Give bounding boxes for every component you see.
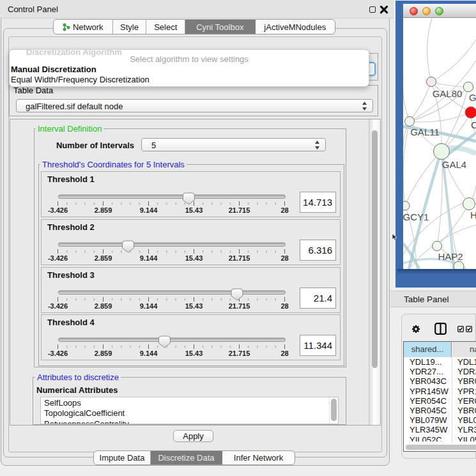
attributes-scrollbar-thumb[interactable] [331,399,337,421]
network-edge[interactable] [427,18,432,82]
vertical-scrollbar-thumb[interactable] [372,130,378,368]
network-edge[interactable] [431,82,468,87]
network-node-label: GAL4 [442,159,466,170]
attribute-item[interactable]: SelfLoops [44,398,129,408]
attributes-group-label: Attributes to discretize [35,372,121,382]
cell-name: YPR145W [457,387,476,396]
tab-style[interactable]: Style [113,20,147,34]
network-window-shadow [397,269,476,274]
float-window-icon[interactable] [369,6,376,13]
slider-thumb[interactable] [231,289,243,300]
slider-thumb[interactable] [158,336,170,348]
horizontal-scrollbar-track[interactable] [404,443,476,452]
network-node-HAP2[interactable] [433,242,442,251]
network-node-H[interactable] [463,198,475,210]
minimize-traffic-light[interactable] [422,7,431,15]
slider-tick-label: -3.426 [48,254,68,262]
attribute-item[interactable]: BetweennessCentrality [44,419,129,424]
threshold-value-field[interactable]: 21.4 [300,288,336,309]
tab-label: Infer Network [234,453,283,463]
table-panel-titlebar: Table Panel [390,291,476,307]
algorithm-item-manual-discretization[interactable]: Manual Discretization [10,65,369,74]
table-row[interactable]: YDR27...YDR27... [404,367,476,376]
network-node-GAL80[interactable] [427,77,436,87]
slider-tick-label: 28 [280,349,288,357]
algorithm-item-equal-width[interactable]: Equal Width/Frequency Discretization [10,75,369,84]
zoom-traffic-light[interactable] [435,7,443,15]
network-canvas[interactable]: GAL80GACGAL11GAL4GCY1HHAP2 [403,18,476,269]
slider-tick-label: 21.715 [229,254,250,262]
network-edge[interactable] [410,112,471,122]
apply-button[interactable]: Apply [173,430,213,442]
threshold-slider[interactable]: -3.4262.8599.14415.4321.71528 [42,220,341,266]
discretization-algorithm-label: Discretization Algorithm [26,47,122,57]
network-edge[interactable] [403,121,410,206]
column-header-name[interactable]: name [452,342,476,357]
slider-tick-label: 28 [280,302,288,310]
cell-name: YBR045C [457,406,476,415]
table-row[interactable]: YDL19...YDL19... [404,357,476,367]
threshold-panel-1: Threshold 1-3.4262.8599.14415.4321.71528… [41,171,341,217]
network-node-C[interactable] [465,107,476,118]
network-node-GCY1[interactable] [403,201,410,210]
tab-cyni-toolbox[interactable]: Cyni Toolbox [185,20,256,34]
network-node-GAL11[interactable] [405,117,415,127]
slider-tick-label: 9.144 [140,206,158,214]
cell-shared-name: YBL079W [410,415,447,425]
table-row[interactable]: YER054CYER054C [404,396,476,406]
slider-tick-label: 9.144 [140,254,158,262]
close-icon[interactable] [380,5,388,14]
network-node-GAL4[interactable] [434,144,450,160]
table-data-combobox[interactable]: galFiltered.sif default node [16,99,373,112]
number-of-intervals-label: Number of Intervals [54,141,134,150]
checkbox-icon[interactable] [457,326,464,332]
slider-tick-label: 21.715 [229,302,250,310]
control-panel-titlebar: Control Panel [0,0,394,19]
cell-shared-name: YIL052C [410,435,442,441]
horizontal-scrollbar-thumb[interactable] [406,445,476,450]
network-window-titlebar [403,4,476,18]
checkbox-icon[interactable] [466,326,472,332]
network-edge[interactable] [431,40,476,82]
tab-select[interactable]: Select [146,20,185,34]
network-node-GA[interactable] [463,82,473,91]
threshold-value-field[interactable]: 14.713 [300,192,336,213]
tab-label: Style [120,22,139,32]
network-edge[interactable] [405,151,441,206]
threshold-panel-2: Threshold 2-3.4262.8599.14415.4321.71528… [41,219,341,265]
slider-tick-label: 28 [280,206,288,214]
table-row[interactable]: YLR345WYLR345W [404,425,476,434]
network-edge[interactable] [403,77,410,121]
cell-name: YBR043C [457,376,476,386]
tab-network[interactable]: Network [54,20,113,34]
attributes-scrollbar-track[interactable] [329,397,338,424]
split-view-icon[interactable] [434,323,447,335]
cell-name: YLR345W [457,425,476,434]
gear-icon[interactable] [411,325,420,334]
attributes-list[interactable]: SelfLoopsTopologicalCoefficientBetweenne… [40,397,339,424]
tab-jactivemnodules[interactable]: jActiveMNodules [256,20,335,34]
table-row[interactable]: YPR145WYPR145W [404,387,476,396]
tab-impute-data[interactable]: Impute Data [94,451,151,464]
network-icon [63,23,70,31]
tab-infer-network[interactable]: Infer Network [222,451,295,464]
table-row[interactable]: YBL079WYBL079W [404,415,476,425]
slider-thumb[interactable] [123,241,134,252]
control-panel-tabs: NetworkStyleSelectCyni ToolboxjActiveMNo… [53,19,335,35]
threshold-value-field[interactable]: 11.344 [300,335,336,356]
interval-definition-label: Interval Definition [36,124,104,134]
table-row[interactable]: YIL052CYIL052C [404,435,476,441]
column-header-shared-name[interactable]: shared... [404,342,452,357]
threshold-slider[interactable]: -3.4262.8599.14415.4321.71528 [42,315,341,361]
attribute-item[interactable]: TopologicalCoefficient [44,408,129,418]
close-traffic-light[interactable] [410,7,418,15]
network-node-unlabeled[interactable] [454,261,464,269]
threshold-slider[interactable]: -3.4262.8599.14415.4321.71528 [42,172,341,218]
threshold-slider[interactable]: -3.4262.8599.14415.4321.71528 [42,268,341,314]
table-row[interactable]: YBR045CYBR045C [404,406,476,415]
threshold-value-field[interactable]: 6.316 [300,240,336,261]
number-of-intervals-combobox[interactable]: 5 [141,138,326,151]
slider-track [59,243,286,247]
tab-discretize-data[interactable]: Discretize Data [151,451,222,464]
table-row[interactable]: YBR043CYBR043C [404,376,476,386]
